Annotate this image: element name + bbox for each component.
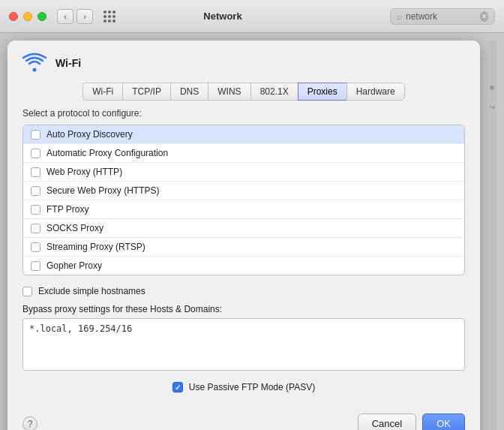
- traffic-lights: [9, 12, 46, 21]
- titlebar: ‹ › Network ⌕ ✕: [0, 0, 504, 33]
- window-title: Network: [56, 11, 390, 22]
- dialog-window: Wi-Fi Wi-Fi TCP/IP DNS WINS 802.1X Proxi…: [8, 41, 480, 430]
- bypass-label: Bypass proxy settings for these Hosts & …: [22, 304, 465, 314]
- help-button[interactable]: ?: [22, 416, 38, 431]
- pasv-label: Use Passive FTP Mode (PASV): [189, 382, 315, 392]
- tab-8021x[interactable]: 802.1X: [250, 83, 298, 101]
- ok-button[interactable]: OK: [422, 413, 465, 430]
- protocol-label: Streaming Proxy (RTSP): [46, 242, 146, 252]
- right-strip: 7: [488, 41, 496, 430]
- tab-wins[interactable]: WINS: [208, 83, 250, 101]
- protocol-item-automatic-proxy-config[interactable]: Automatic Proxy Configuration: [23, 144, 464, 163]
- search-icon: ⌕: [397, 11, 402, 22]
- protocol-item-socks-proxy[interactable]: SOCKS Proxy: [23, 219, 464, 238]
- maximize-button[interactable]: [38, 12, 46, 21]
- search-input[interactable]: [406, 11, 476, 22]
- tab-tcpip[interactable]: TCP/IP: [122, 83, 170, 101]
- bypass-textarea[interactable]: *.local, 169.254/16: [22, 318, 465, 371]
- footer-buttons: Cancel OK: [358, 413, 465, 430]
- protocol-label: Automatic Proxy Configuration: [46, 148, 168, 158]
- dialog-body: Select a protocol to configure: Auto Pro…: [8, 108, 480, 407]
- strip-dot: [490, 86, 494, 90]
- section-label: Select a protocol to configure:: [22, 108, 465, 119]
- tab-proxies[interactable]: Proxies: [298, 83, 346, 101]
- protocol-label: Gopher Proxy: [46, 260, 102, 271]
- checkbox-streaming-proxy[interactable]: [31, 242, 40, 252]
- checkbox-gopher-proxy[interactable]: [31, 261, 40, 271]
- exclude-row: Exclude simple hostnames: [22, 286, 465, 296]
- search-box[interactable]: ⌕ ✕: [390, 8, 495, 25]
- svg-point-0: [33, 68, 37, 72]
- protocol-list: Auto Proxy Discovery Automatic Proxy Con…: [22, 125, 465, 275]
- minimize-button[interactable]: [23, 12, 32, 21]
- protocol-label: Web Proxy (HTTP): [46, 167, 122, 177]
- exclude-label: Exclude simple hostnames: [38, 286, 146, 296]
- cancel-button[interactable]: Cancel: [358, 413, 416, 430]
- protocol-item-gopher-proxy[interactable]: Gopher Proxy: [23, 257, 464, 275]
- clear-search-button[interactable]: ✕: [480, 11, 488, 22]
- pasv-row: Use Passive FTP Mode (PASV): [22, 382, 465, 392]
- protocol-item-web-proxy-http[interactable]: Web Proxy (HTTP): [23, 163, 464, 182]
- main-content: Wi-Fi Wi-Fi TCP/IP DNS WINS 802.1X Proxi…: [0, 33, 504, 430]
- protocol-label: Secure Web Proxy (HTTPS): [46, 185, 159, 196]
- dialog-header: Wi-Fi: [8, 41, 480, 83]
- tab-wifi[interactable]: Wi-Fi: [82, 83, 122, 101]
- protocol-item-ftp-proxy[interactable]: FTP Proxy: [23, 200, 464, 219]
- checkbox-auto-proxy-discovery[interactable]: [31, 130, 40, 140]
- protocol-item-auto-proxy-discovery[interactable]: Auto Proxy Discovery: [23, 125, 464, 144]
- dialog-footer: ? Cancel OK: [8, 407, 480, 430]
- tab-dns[interactable]: DNS: [170, 83, 208, 101]
- checkbox-socks-proxy[interactable]: [31, 224, 40, 233]
- checkbox-exclude-hostnames[interactable]: [22, 287, 32, 296]
- checkbox-automatic-proxy-config[interactable]: [31, 149, 40, 158]
- dialog-title: Wi-Fi: [56, 57, 81, 69]
- checkbox-secure-web-proxy[interactable]: [31, 186, 40, 196]
- wifi-icon: [22, 51, 46, 75]
- strip-number: 7: [488, 105, 496, 109]
- protocol-label: FTP Proxy: [46, 204, 88, 215]
- close-button[interactable]: [9, 12, 18, 21]
- protocol-label: SOCKS Proxy: [46, 223, 104, 233]
- checkbox-pasv[interactable]: [172, 382, 183, 392]
- tab-hardware[interactable]: Hardware: [346, 83, 405, 101]
- checkbox-web-proxy-http[interactable]: [31, 167, 40, 177]
- tab-bar: Wi-Fi TCP/IP DNS WINS 802.1X Proxies Har…: [8, 83, 480, 108]
- protocol-item-secure-web-proxy[interactable]: Secure Web Proxy (HTTPS): [23, 182, 464, 200]
- protocol-label: Auto Proxy Discovery: [46, 129, 133, 140]
- checkbox-ftp-proxy[interactable]: [31, 205, 40, 215]
- protocol-item-streaming-proxy[interactable]: Streaming Proxy (RTSP): [23, 238, 464, 257]
